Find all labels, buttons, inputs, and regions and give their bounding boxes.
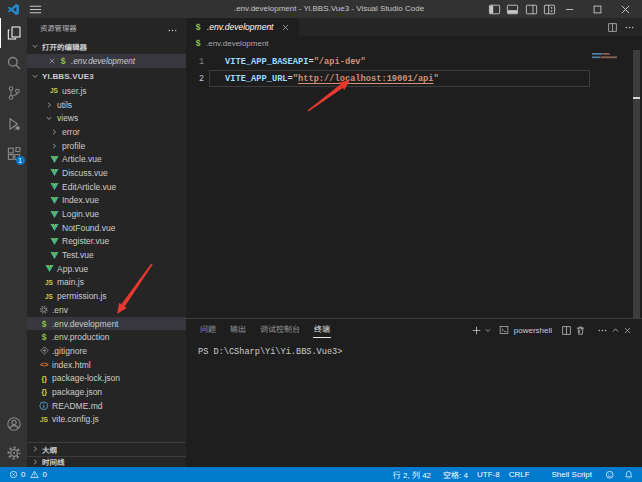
tab-label: .env.development [207, 22, 273, 32]
js-file-icon: JS [44, 277, 54, 287]
explorer-sidebar: 资源管理器 打开的编辑器 $ .env.development YI.BBS.V… [27, 18, 186, 467]
new-terminal-icon[interactable] [470, 325, 483, 336]
tree-item-package-lock.json[interactable]: {}package-lock.json [27, 371, 186, 385]
tree-item-.env.production[interactable]: $.env.production [27, 330, 186, 344]
warning-count: 0 [42, 470, 46, 479]
language-mode-status[interactable]: Shell Script [552, 470, 592, 479]
vue-file-icon [49, 250, 59, 260]
close-window-icon[interactable] [614, 0, 636, 18]
tree-item-vite.config.js[interactable]: JSvite.config.js [27, 413, 186, 427]
tree-item-README.md[interactable]: README.md [27, 399, 186, 413]
close-panel-icon[interactable] [621, 326, 634, 335]
tree-item-label: error [62, 127, 80, 137]
tree-item-EditArticle.vue[interactable]: EditArticle.vue [27, 180, 186, 194]
tree-item-profile[interactable]: profile [27, 139, 186, 153]
activity-extensions[interactable]: 1 [0, 139, 27, 169]
breadcrumb[interactable]: $ .env.development [186, 36, 642, 50]
panel-tab-output[interactable]: 输出 [230, 319, 246, 341]
tree-item-label: NotFound.vue [62, 223, 115, 233]
activity-source-control[interactable] [0, 78, 27, 108]
tree-item-Discuss.vue[interactable]: Discuss.vue [27, 166, 186, 180]
tree-item-Article.vue[interactable]: Article.vue [27, 152, 186, 166]
tree-item-main.js[interactable]: JSmain.js [27, 276, 186, 290]
editor-more-actions-icon[interactable] [624, 18, 635, 36]
tree-item-Test.vue[interactable]: Test.vue [27, 248, 186, 262]
problems-status[interactable]: 0 0 [9, 470, 47, 479]
activity-settings[interactable] [0, 438, 27, 468]
split-terminal-icon[interactable] [559, 325, 573, 336]
customize-layout-icon[interactable] [538, 0, 560, 18]
timeline-section-header[interactable]: 时间线 [27, 456, 186, 468]
panel-tab-debug-console[interactable]: 调试控制台 [260, 319, 300, 341]
split-editor-icon[interactable] [607, 18, 618, 36]
open-editors-label: 打开的编辑器 [42, 41, 87, 52]
js-file-icon: JS [49, 86, 59, 96]
error-count: 0 [21, 470, 25, 479]
tab-env-development[interactable]: $ .env.development [186, 18, 299, 36]
panel-tab-problems[interactable]: 问题 [200, 319, 216, 341]
activity-explorer[interactable] [0, 18, 27, 48]
code-area[interactable]: 1VITE_APP_BASEAPI="/api-dev"2VITE_APP_UR… [186, 53, 642, 321]
project-label: YI.BBS.VUE3 [42, 72, 94, 81]
menu-hamburger-icon[interactable] [29, 5, 42, 14]
maximize-panel-icon[interactable] [609, 326, 621, 335]
project-section-header[interactable]: YI.BBS.VUE3 [27, 68, 186, 84]
eol-status[interactable]: CRLF [509, 470, 530, 479]
indentation-status[interactable]: 空格: 4 [443, 469, 468, 480]
tree-item-Index.vue[interactable]: Index.vue [27, 194, 186, 208]
tree-item-Login.vue[interactable]: Login.vue [27, 207, 186, 221]
activity-run-and-debug[interactable] [0, 109, 27, 139]
tree-item-.gitignore[interactable]: .gitignore [27, 344, 186, 358]
shell-file-icon: $ [58, 56, 68, 66]
shell-file-icon: $ [193, 38, 203, 48]
activity-account[interactable] [0, 409, 27, 439]
terminal-prompt[interactable]: PS D:\CSharp\Yi\Yi.BBS.Vue3> [198, 347, 342, 357]
chevron-right-icon [49, 128, 59, 136]
current-line-highlight [209, 70, 590, 87]
tree-item-index.html[interactable]: <>index.html [27, 358, 186, 372]
panel-more-actions-icon[interactable] [595, 325, 609, 336]
sidebar-more-actions-icon[interactable] [167, 25, 178, 36]
activity-bar: 1 [0, 18, 27, 467]
editor-scrollbar[interactable] [633, 50, 640, 318]
tree-item-Register.vue[interactable]: Register.vue [27, 235, 186, 249]
run-debug-icon [6, 116, 22, 132]
panel-tab-terminal[interactable]: 终端 [314, 319, 330, 341]
panel: 问题输出调试控制台终端 powershell PS D:\CSharp\Yi\Y… [186, 318, 642, 467]
maximize-icon[interactable] [586, 0, 608, 18]
tree-item-label: .env.development [52, 319, 118, 329]
tree-item-user.js[interactable]: JSuser.js [27, 84, 186, 98]
breadcrumb-label: .env.development [206, 39, 269, 48]
tree-item-label: Register.vue [62, 236, 109, 246]
tree-item-error[interactable]: error [27, 125, 186, 139]
minimize-icon[interactable] [558, 0, 580, 18]
shell-file-icon: $ [193, 22, 203, 32]
open-editor-item[interactable]: $ .env.development [27, 54, 186, 68]
bell-icon[interactable] [624, 470, 634, 480]
tree-item-.env.development[interactable]: $.env.development [27, 317, 186, 331]
tree-item-.env[interactable]: .env [27, 303, 186, 317]
status-bar-right: 行 2, 列 42 空格: 4 UTF-8 CRLF Shell Script [393, 469, 633, 480]
tree-item-views[interactable]: views [27, 111, 186, 125]
chevron-down-icon [31, 72, 39, 80]
tree-item-NotFound.vue[interactable]: NotFound.vue [27, 221, 186, 235]
cursor-position-status[interactable]: 行 2, 列 42 [393, 469, 431, 480]
encoding-status[interactable]: UTF-8 [477, 470, 500, 479]
tree-item-App.vue[interactable]: App.vue [27, 262, 186, 276]
window-title: .env.development - Yi.BBS.Vue3 - Visual … [168, 0, 490, 18]
code-token-key: VITE_APP_BASEAPI [225, 57, 308, 67]
tree-item-label: .gitignore [52, 346, 87, 356]
kill-terminal-icon[interactable] [573, 325, 587, 336]
open-editors-section-header[interactable]: 打开的编辑器 [27, 39, 186, 53]
tree-item-permission.js[interactable]: JSpermission.js [27, 289, 186, 303]
minimap[interactable] [590, 50, 633, 318]
tree-item-package.json[interactable]: {}package.json [27, 385, 186, 399]
feedback-icon[interactable] [605, 470, 615, 480]
tab-close-icon[interactable] [281, 23, 290, 32]
outline-section-header[interactable]: 大纲 [27, 442, 186, 456]
tree-item-utils[interactable]: utils [27, 98, 186, 112]
terminal-dropdown-icon[interactable] [483, 326, 494, 334]
close-editor-icon[interactable] [48, 57, 56, 65]
activity-search[interactable] [0, 48, 27, 78]
code-line-1[interactable]: 1VITE_APP_BASEAPI="/api-dev" [186, 53, 642, 70]
